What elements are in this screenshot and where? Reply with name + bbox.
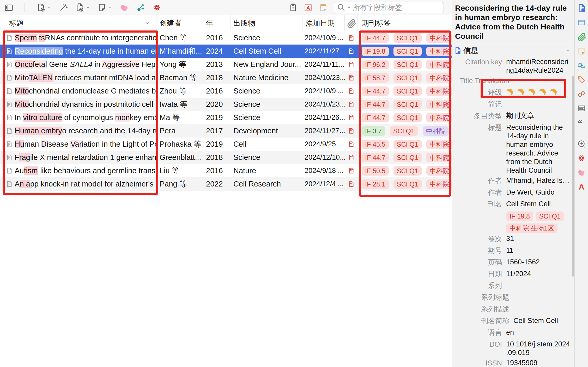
journal-tag-badge[interactable]: 中科院 bbox=[426, 60, 452, 69]
journal-tag-badge[interactable]: IF 96.2 bbox=[362, 60, 389, 69]
related-icon[interactable] bbox=[577, 90, 586, 98]
notes-icon[interactable] bbox=[577, 47, 586, 55]
field-value[interactable]: 期刊文章 bbox=[506, 111, 571, 122]
journal-tag-badge[interactable]: SCI Q1 bbox=[536, 212, 564, 221]
moon-rating-icon[interactable] bbox=[528, 88, 536, 96]
journal-tag-badge[interactable]: IF 44.7 bbox=[362, 113, 389, 122]
journal-tag-badge[interactable]: 中科院 bbox=[423, 126, 449, 136]
gpt-icon[interactable] bbox=[152, 3, 161, 12]
moon-rating-icon[interactable] bbox=[506, 88, 514, 96]
journal-tag-badge[interactable]: IF 50.5 bbox=[362, 166, 389, 176]
journal-tag-badge[interactable]: IF 44.7 bbox=[362, 100, 389, 109]
journal-tag-badge[interactable]: 中科院 bbox=[426, 140, 452, 149]
field-value[interactable]: 10.1016/j.stem.2024.09.019 bbox=[506, 340, 571, 357]
journal-tag-badge[interactable]: 中科院 bbox=[426, 47, 452, 56]
translate-a-icon[interactable]: A bbox=[304, 3, 313, 12]
journal-tag-badge[interactable]: 中科院 bbox=[426, 166, 452, 176]
journal-tag-badge[interactable]: SCI Q1 bbox=[393, 73, 422, 83]
journal-tag-badge[interactable]: SCI Q1 bbox=[393, 179, 422, 189]
search-input[interactable] bbox=[352, 3, 441, 12]
field-value[interactable]: mhamdiReconsidering14dayRule2024 bbox=[506, 58, 571, 75]
jasminum-petal-icon[interactable] bbox=[577, 168, 586, 177]
table-row[interactable]: Human embryo research and the 14-day ruP… bbox=[0, 124, 452, 138]
column-header-attachment[interactable] bbox=[345, 15, 358, 31]
info-section-header[interactable]: 信息 bbox=[452, 44, 574, 57]
journal-tag-badge[interactable]: IF 45.5 bbox=[362, 140, 389, 149]
journal-tag-badge[interactable]: SCI Q1 bbox=[393, 153, 422, 162]
field-value[interactable]: De Wert, Guido bbox=[506, 188, 571, 198]
moon-rating-icon[interactable] bbox=[549, 88, 557, 96]
table-row[interactable]: Mitochondrial endonuclease G mediates br… bbox=[0, 84, 452, 98]
field-value[interactable]: 1560-1562 bbox=[506, 258, 571, 268]
journal-tag-badge[interactable]: SCI Q1 bbox=[393, 60, 422, 69]
annotations-icon[interactable] bbox=[577, 104, 586, 113]
journal-tag-badge[interactable]: IF 28.1 bbox=[362, 179, 389, 189]
new-note-icon[interactable] bbox=[97, 3, 113, 12]
journal-tag-badge[interactable]: 中科院 bbox=[426, 153, 452, 162]
journal-tag-badge[interactable]: SCI Q1 bbox=[390, 126, 418, 136]
journal-tag-badge[interactable]: IF 58.7 bbox=[362, 73, 389, 83]
column-header-tags[interactable]: 期刊标签 bbox=[358, 15, 452, 31]
table-row[interactable]: Human Disease Variation in the Light of … bbox=[0, 138, 452, 151]
journal-tag-badge[interactable]: 中科院 bbox=[426, 86, 452, 96]
journal-tag-badge[interactable]: IF 19.8 bbox=[362, 47, 389, 56]
field-value[interactable] bbox=[506, 281, 571, 291]
journal-tag-badge[interactable]: IF 19.8 bbox=[506, 212, 533, 221]
journal-tag-badge[interactable]: IF 44.7 bbox=[362, 153, 389, 162]
journal-tag-badge[interactable]: SCI Q1 bbox=[393, 47, 422, 56]
field-value[interactable]: 31 bbox=[506, 234, 571, 245]
column-header-year[interactable]: 年 bbox=[204, 15, 231, 31]
field-value[interactable]: Reconsidering the 14-day rule in human e… bbox=[506, 123, 571, 175]
journal-tag-badge[interactable]: SCI Q1 bbox=[393, 140, 422, 149]
field-value[interactable] bbox=[506, 88, 571, 98]
chevron-up-icon[interactable] bbox=[565, 47, 571, 54]
magic-wand-icon[interactable] bbox=[59, 3, 68, 12]
journal-tag-badge[interactable]: SCI Q1 bbox=[393, 86, 422, 96]
search-box[interactable] bbox=[334, 2, 444, 13]
rating-moons[interactable] bbox=[506, 88, 571, 96]
column-header-date_added[interactable]: 添加日期 bbox=[302, 15, 345, 31]
tags-icon[interactable] bbox=[577, 75, 586, 84]
abstract-icon[interactable] bbox=[577, 18, 586, 27]
table-row[interactable]: Fragile X mental retardation 1 gene enha… bbox=[0, 151, 452, 164]
journal-tag-badge[interactable]: 中科院 bbox=[426, 73, 452, 83]
table-row[interactable]: Autism-like behaviours and germline tran… bbox=[0, 164, 452, 177]
collapse-panes-icon[interactable] bbox=[4, 3, 14, 12]
journal-tag-badge[interactable]: SCI Q1 bbox=[393, 100, 422, 109]
moon-rating-icon[interactable] bbox=[538, 88, 547, 96]
field-value[interactable]: M’hamdi, Hafez Is… bbox=[506, 176, 571, 186]
table-row[interactable]: Oncofetal Gene SALL4 in Aggressive Hepat… bbox=[0, 58, 452, 71]
table-row[interactable]: MitoTALEN reduces mutant mtDNA load arBa… bbox=[0, 71, 452, 84]
field-value[interactable]: Cell Stem Cell bbox=[506, 200, 571, 210]
table-row[interactable]: Reconsidering the 14-day rule in human e… bbox=[0, 45, 452, 58]
field-value[interactable]: Cell Stem Cell bbox=[513, 316, 574, 327]
new-item-icon[interactable] bbox=[36, 3, 52, 12]
field-value[interactable]: IF 19.8SCI Q1中科院 生物1区 bbox=[506, 212, 571, 233]
panel-scrollbar[interactable] bbox=[572, 76, 574, 277]
sticky-note-icon[interactable] bbox=[319, 3, 328, 12]
journal-tag-badge[interactable]: SCI Q1 bbox=[393, 33, 422, 43]
jasminum-petal-icon[interactable] bbox=[120, 3, 129, 12]
journal-tag-badge[interactable]: IF 3.7 bbox=[362, 126, 385, 136]
locate-icon[interactable] bbox=[577, 139, 586, 148]
field-value[interactable]: 11 bbox=[506, 246, 571, 256]
field-value[interactable] bbox=[513, 305, 574, 315]
field-value[interactable]: 11/2024 bbox=[506, 270, 571, 280]
attachments-paperclip-icon[interactable] bbox=[577, 32, 586, 41]
journal-tag-badge[interactable]: 中科院 bbox=[426, 33, 452, 43]
journal-tag-badge[interactable]: 中科院 bbox=[426, 100, 452, 109]
journal-tag-badge[interactable]: 中科院 bbox=[426, 113, 452, 122]
journal-tag-badge[interactable]: IF 44.7 bbox=[362, 33, 389, 43]
clipboard-add-icon[interactable] bbox=[288, 3, 298, 12]
libraries-collections-icon[interactable] bbox=[577, 61, 586, 70]
table-row[interactable]: Sperm tsRNAs contribute to intergenerati… bbox=[0, 31, 452, 45]
item-info-icon[interactable] bbox=[577, 4, 586, 13]
journal-tag-badge[interactable]: SCI Q1 bbox=[393, 113, 422, 122]
add-attachment-icon[interactable] bbox=[75, 3, 90, 12]
gpt-icon[interactable] bbox=[577, 154, 586, 163]
column-header-title[interactable]: 标题 bbox=[0, 15, 156, 31]
moon-rating-icon[interactable] bbox=[517, 88, 525, 96]
journal-tag-badge[interactable]: 中科院 生物1区 bbox=[506, 223, 557, 233]
field-value[interactable]: 19345909 bbox=[506, 359, 571, 367]
scholaread-molecule-icon[interactable] bbox=[136, 3, 145, 12]
